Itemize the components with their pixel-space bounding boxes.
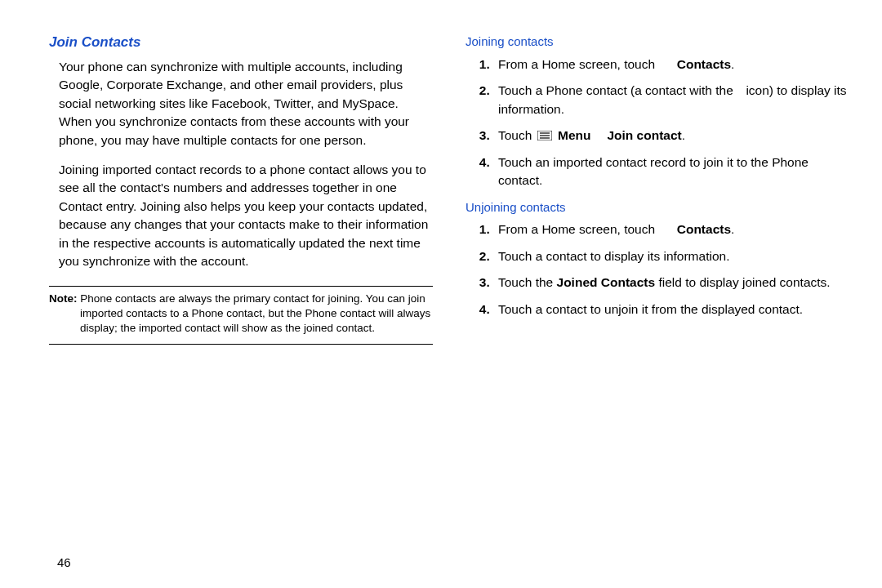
step1-text-a: From a Home screen, touch bbox=[498, 57, 658, 71]
menu-icon bbox=[537, 131, 552, 140]
step3-touch: Touch bbox=[498, 128, 536, 142]
left-column: Join Contacts Your phone can synchronize… bbox=[49, 33, 433, 555]
section-title-join-contacts: Join Contacts bbox=[49, 33, 433, 53]
step2-text-a: Touch a Phone contact (a contact with th… bbox=[498, 83, 737, 97]
ustep3-joined-contacts: Joined Contacts bbox=[557, 275, 656, 289]
ustep1-period: . bbox=[731, 222, 734, 236]
note-text: Note: Phone contacts are always the prim… bbox=[49, 292, 433, 336]
joining-steps: From a Home screen, touch Contacts. Touc… bbox=[466, 56, 849, 190]
right-column: Joining contacts From a Home screen, tou… bbox=[466, 33, 849, 555]
step1-period: . bbox=[731, 57, 734, 71]
step3-menu-label: Menu bbox=[558, 128, 590, 142]
note-body-first: Phone contacts are always the primary co… bbox=[80, 292, 425, 305]
unjoin-step-2: Touch a contact to display its informati… bbox=[493, 247, 849, 265]
ustep1-contacts: Contacts bbox=[677, 222, 731, 236]
join-step-2: Touch a Phone contact (a contact with th… bbox=[493, 82, 849, 118]
step3-join-contact: Join contact bbox=[607, 128, 681, 142]
page-body: Join Contacts Your phone can synchronize… bbox=[0, 0, 882, 555]
unjoining-steps: From a Home screen, touch Contacts. Touc… bbox=[466, 220, 849, 318]
intro-para-1: Your phone can synchronize with multiple… bbox=[59, 58, 433, 149]
step3-period: . bbox=[682, 128, 685, 142]
unjoin-step-3: Touch the Joined Contacts field to displ… bbox=[493, 274, 849, 292]
unjoin-step-1: From a Home screen, touch Contacts. bbox=[493, 220, 849, 238]
ustep3-c: field to display joined contacts. bbox=[655, 275, 831, 289]
join-step-1: From a Home screen, touch Contacts. bbox=[493, 56, 849, 74]
unjoin-step-4: Touch a contact to unjoin it from the di… bbox=[493, 301, 849, 318]
note-block: Note: Phone contacts are always the prim… bbox=[49, 286, 433, 345]
join-step-3: Touch MenuJoin contact. bbox=[493, 127, 849, 145]
ustep1-text-a: From a Home screen, touch bbox=[498, 222, 658, 236]
note-body-rest: imported contacts to a Phone contact, bu… bbox=[80, 306, 433, 336]
join-step-4: Touch an imported contact record to join… bbox=[493, 154, 849, 190]
note-label: Note: bbox=[49, 292, 78, 305]
intro-para-2: Joining imported contact records to a ph… bbox=[59, 161, 433, 271]
subheading-unjoining: Unjoining contacts bbox=[466, 198, 849, 216]
app-icon-placeholder-2 bbox=[658, 224, 673, 235]
subheading-joining: Joining contacts bbox=[466, 33, 849, 51]
step1-contacts: Contacts bbox=[677, 57, 731, 71]
app-icon-placeholder bbox=[658, 59, 673, 70]
page-number: 46 bbox=[57, 555, 71, 569]
ustep3-a: Touch the bbox=[498, 275, 557, 289]
